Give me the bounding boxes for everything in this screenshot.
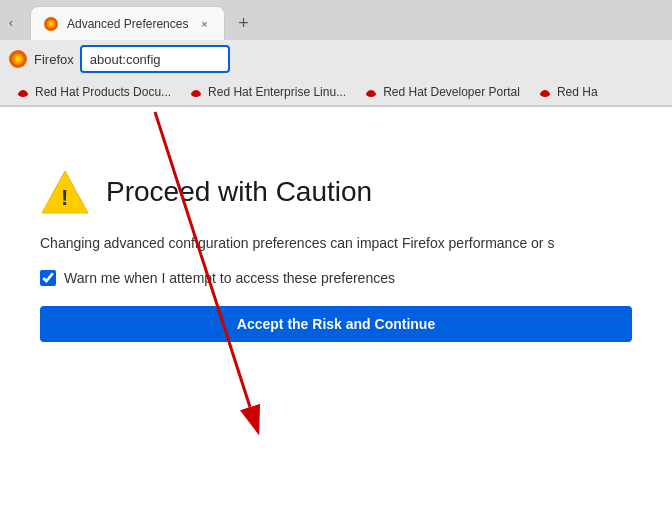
svg-text:‹: ‹ xyxy=(9,16,13,30)
browser-chrome: ‹ Advanced Preferences × + Firefox about… xyxy=(0,0,672,107)
warn-checkbox-row: Warn me when I attempt to access these p… xyxy=(40,270,632,286)
warn-checkbox-label: Warn me when I attempt to access these p… xyxy=(64,270,395,286)
bookmark-item-2[interactable]: Red Hat Enterprise Linu... xyxy=(181,83,354,101)
warning-triangle-icon: ! xyxy=(40,167,90,217)
active-tab[interactable]: Advanced Preferences × xyxy=(30,6,225,40)
url-text: about:config xyxy=(90,52,161,67)
svg-point-6 xyxy=(15,56,21,62)
bookmark-label-1: Red Hat Products Docu... xyxy=(35,85,171,99)
url-input[interactable]: about:config xyxy=(80,45,230,73)
warn-checkbox[interactable] xyxy=(40,270,56,286)
address-bar: Firefox about:config xyxy=(0,40,672,78)
bookmark-item-4[interactable]: Red Ha xyxy=(530,83,606,101)
new-tab-button[interactable]: + xyxy=(229,9,257,37)
bookmark-label-2: Red Hat Enterprise Linu... xyxy=(208,85,346,99)
accept-risk-button[interactable]: Accept the Risk and Continue xyxy=(40,306,632,342)
caution-title: Proceed with Caution xyxy=(106,176,372,208)
page-content: ! Proceed with Caution Changing advanced… xyxy=(0,107,672,529)
svg-text:!: ! xyxy=(61,185,68,210)
firefox-favicon-tab xyxy=(43,16,59,32)
firefox-logo-icon xyxy=(8,49,28,69)
redhat-favicon-4 xyxy=(538,85,552,99)
redhat-favicon-2 xyxy=(189,85,203,99)
tab-bar: ‹ Advanced Preferences × + xyxy=(0,0,672,40)
bookmarks-bar: Red Hat Products Docu... Red Hat Enterpr… xyxy=(0,78,672,106)
bookmark-item-1[interactable]: Red Hat Products Docu... xyxy=(8,83,179,101)
svg-point-3 xyxy=(49,22,53,26)
caution-description: Changing advanced configuration preferen… xyxy=(40,233,632,254)
bookmark-label-3: Red Hat Developer Portal xyxy=(383,85,520,99)
redhat-favicon-3 xyxy=(364,85,378,99)
tab-title: Advanced Preferences xyxy=(67,17,188,31)
redhat-favicon-1 xyxy=(16,85,30,99)
tab-close-button[interactable]: × xyxy=(196,16,212,32)
back-button[interactable]: ‹ xyxy=(6,13,26,33)
caution-section: ! Proceed with Caution Changing advanced… xyxy=(40,167,632,342)
bookmark-label-4: Red Ha xyxy=(557,85,598,99)
caution-header: ! Proceed with Caution xyxy=(40,167,632,217)
bookmark-item-3[interactable]: Red Hat Developer Portal xyxy=(356,83,528,101)
browser-name-label: Firefox xyxy=(34,52,74,67)
